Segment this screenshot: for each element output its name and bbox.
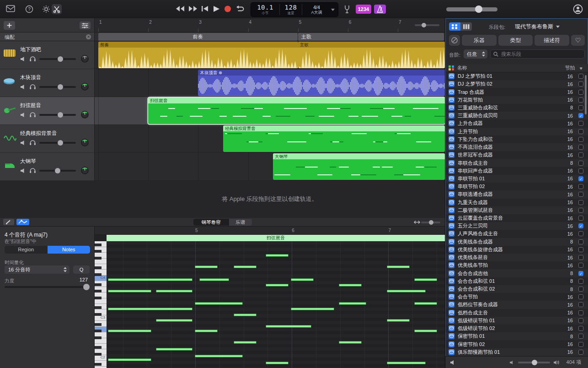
piano-roll-note[interactable] (108, 278, 192, 281)
piano-roll-note[interactable] (291, 278, 314, 281)
black-key[interactable] (95, 336, 102, 339)
piano-roll-note[interactable] (195, 302, 243, 305)
segment-region[interactable]: Region (5, 246, 48, 254)
tab-score[interactable]: 乐谱 (229, 219, 252, 226)
piano-roll-note[interactable] (195, 265, 218, 268)
loop-row[interactable]: DJ 之梦节拍 0216 (446, 80, 588, 88)
black-key[interactable] (95, 363, 102, 366)
loop-favorite-checkbox[interactable] (578, 302, 583, 307)
loop-row[interactable]: 优美线条琶音16 (446, 254, 588, 261)
loop-row[interactable]: Trap 合成器16 (446, 88, 588, 96)
loop-row[interactable]: 保密节拍 018 (446, 332, 588, 340)
solo-button[interactable] (29, 84, 37, 90)
loop-row[interactable]: 下坠力合成和弦16 (446, 135, 588, 143)
piano-roll-note[interactable] (339, 341, 362, 344)
piano-roll-note[interactable] (234, 341, 257, 344)
piano-roll-note[interactable] (108, 308, 192, 310)
piano-roll-note[interactable] (266, 325, 311, 328)
column-beats-label[interactable]: 节拍 (565, 65, 575, 71)
piano-roll-note[interactable] (156, 319, 192, 322)
loop-favorite-checkbox[interactable] (578, 192, 583, 197)
loop-row[interactable]: 保密节拍 0216 (446, 340, 588, 348)
library-icon[interactable] (6, 5, 15, 12)
piano-roll-note[interactable] (414, 330, 437, 332)
black-key[interactable] (95, 257, 102, 260)
rewind-button[interactable] (175, 5, 186, 13)
help-icon[interactable]: ? (25, 5, 33, 13)
loop-favorite-checkbox[interactable] (578, 318, 583, 323)
loop-row[interactable]: 串联选通合成器16 (446, 190, 588, 198)
reset-filters-button[interactable] (449, 35, 460, 46)
midi-region[interactable]: 扫弦琶音 (148, 97, 445, 124)
column-name-label[interactable]: 名称 (457, 65, 565, 71)
black-key[interactable] (95, 290, 102, 292)
loop-favorite-checkbox[interactable] (578, 287, 583, 292)
loop-row[interactable]: 串联回声合成器16 (446, 167, 588, 175)
preview-volume-thumb[interactable] (532, 360, 537, 365)
loop-favorite-checkbox[interactable] (578, 216, 583, 221)
loop-row[interactable]: 低级错误节拍 0116 (446, 317, 588, 325)
mute-button[interactable] (20, 112, 27, 118)
loop-favorite-checkbox[interactable] (578, 200, 583, 205)
loop-row[interactable]: 串联节拍 0116✓ (446, 175, 588, 183)
volume-slider[interactable] (39, 114, 76, 116)
loop-favorite-checkbox[interactable] (578, 152, 583, 157)
loop-row[interactable]: 俱乐部慢跑节拍 0116 (446, 348, 588, 356)
piano-roll-note[interactable] (387, 265, 410, 268)
loop-row[interactable]: 人声风格合成主音16 (446, 230, 588, 238)
piano-roll-note[interactable] (339, 284, 362, 287)
loop-row[interactable]: 二极管测试琶音16 (446, 206, 588, 214)
record-button[interactable] (224, 5, 235, 13)
brightness-icon[interactable] (42, 5, 50, 13)
loop-favorite-checkbox[interactable] (578, 326, 583, 331)
track-header[interactable]: 大钢琴 (0, 153, 95, 181)
loop-favorite-checkbox[interactable] (578, 231, 583, 236)
pan-knob[interactable] (80, 138, 89, 147)
black-key[interactable] (95, 266, 102, 269)
black-key[interactable] (95, 283, 102, 286)
piano-roll-note[interactable] (108, 358, 151, 361)
column-view-button[interactable] (460, 22, 472, 31)
velocity-thumb[interactable] (83, 284, 90, 290)
loop-favorite-checkbox[interactable] (578, 294, 583, 299)
time-quantize-select[interactable]: 16 分音符 (5, 265, 69, 274)
timeline-zoom-slider[interactable] (415, 24, 439, 26)
loop-favorite-checkbox[interactable]: ✓ (578, 113, 583, 118)
midi-region[interactable]: 大钢琴 (273, 153, 445, 180)
loop-row[interactable]: 低级错误节拍 0216 (446, 325, 588, 332)
loop-row[interactable]: 上升合成器16 (446, 119, 588, 127)
master-volume-thumb[interactable] (475, 5, 482, 13)
horizontal-resize-icon[interactable] (414, 220, 420, 224)
play-button[interactable] (212, 5, 223, 13)
piano-roll-note[interactable] (234, 265, 257, 268)
tuner-icon[interactable] (343, 5, 351, 14)
loop-pack-select[interactable]: 现代节奏布鲁斯 (515, 23, 560, 31)
volume-thumb[interactable] (58, 140, 63, 146)
black-key[interactable] (95, 244, 102, 246)
person-circle-icon[interactable] (573, 4, 583, 14)
black-key[interactable] (95, 297, 102, 299)
volume-slider[interactable] (39, 170, 76, 172)
piano-roll-note[interactable] (108, 290, 151, 292)
loop-row[interactable]: 云层覆盖合成背景音16 (446, 214, 588, 222)
segment-notes[interactable]: Notes (48, 246, 91, 254)
lcd-display[interactable]: 10.1 小节 128 速度 4/4 A大调 (251, 2, 338, 17)
piano-roll-grid[interactable] (107, 241, 445, 368)
loop-favorite-checkbox[interactable] (578, 121, 583, 126)
loop-row[interactable]: 优美线条旋律合成器16 (446, 246, 588, 254)
editor-automation-button[interactable] (16, 219, 29, 225)
loop-favorite-checkbox[interactable]: ✓ (578, 271, 583, 276)
loop-row[interactable]: 世界冠军合成器16 (446, 151, 588, 159)
loop-row[interactable]: 会合合成和弦 028 (446, 285, 588, 293)
loop-row[interactable]: DJ 之梦节拍 0116 (446, 72, 588, 80)
loop-row[interactable]: 优美线条合成器8 (446, 238, 588, 246)
loop-favorite-checkbox[interactable] (578, 239, 583, 244)
arrangement-marker[interactable]: 前奏 (98, 33, 298, 41)
solo-button[interactable] (29, 140, 37, 146)
loop-row[interactable]: 三重威胁合成贝司16✓ (446, 112, 588, 119)
piano-roll-note[interactable] (199, 278, 229, 281)
loop-list-scrollbar[interactable] (585, 75, 587, 114)
black-key[interactable] (95, 330, 102, 332)
volume-slider[interactable] (39, 142, 76, 144)
pan-knob[interactable] (80, 82, 89, 91)
